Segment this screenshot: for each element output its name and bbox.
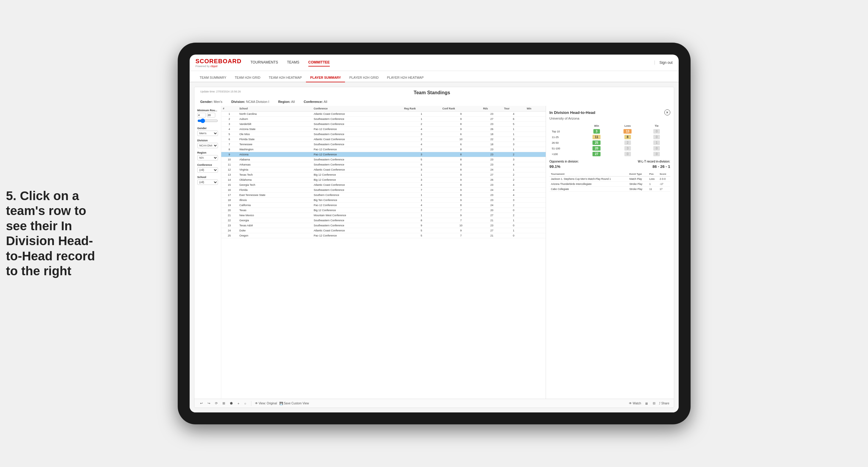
table-row[interactable]: 4 Arizona State Pac-12 Conference 4 9 26… — [221, 127, 546, 132]
cell-conference: Southeastern Conference — [312, 223, 402, 228]
circle-btn[interactable]: ○ — [243, 401, 247, 406]
min-rounds-input[interactable] — [197, 113, 206, 118]
table-row[interactable]: 21 New Mexico Mountain West Conference 1… — [221, 213, 546, 218]
cell-rank: 9 — [221, 152, 238, 157]
h2h-close-btn[interactable]: ✕ — [664, 110, 670, 116]
table-row[interactable]: 19 California Pac-12 Conference 4 8 24 2 — [221, 203, 546, 208]
cell-tour: 6 — [502, 117, 525, 122]
add-btn[interactable]: + — [237, 401, 241, 406]
cell-rds: 24 — [481, 203, 502, 208]
gender-filter-select[interactable]: Men's Women's — [197, 131, 218, 136]
subnav-team-h2h-grid[interactable]: TEAM H2H GRID — [230, 73, 265, 82]
cell-conf-rank: 9 — [441, 127, 482, 132]
tournament-row: Arizona Thunderbirds Intercollegiate Str… — [550, 182, 670, 187]
table-row[interactable]: 3 Vanderbilt Southeastern Conference 2 8… — [221, 122, 546, 127]
table-row[interactable]: 6 Florida State Atlantic Coast Conferenc… — [221, 137, 546, 142]
nav-tournaments[interactable]: TOURNAMENTS — [250, 59, 278, 66]
nav-teams[interactable]: TEAMS — [287, 59, 299, 66]
table-row[interactable]: 17 East Tennessee State Southern Confere… — [221, 193, 546, 198]
subnav-player-h2h-heatmap[interactable]: PLAYER H2H HEATMAP — [383, 73, 428, 82]
table-row[interactable]: 22 Georgia Southeastern Conference 8 7 2… — [221, 218, 546, 223]
table-row[interactable]: 1 North Carolina Atlantic Coast Conferen… — [221, 112, 546, 117]
table-area: # School Conference Reg Rank Conf Rank R… — [221, 106, 546, 399]
table-row[interactable]: 8 Washington Pac-12 Conference 2 8 23 1 — [221, 147, 546, 152]
cell-conference: Atlantic Coast Conference — [312, 112, 402, 117]
h2h-cell-label: 11-25 — [550, 134, 581, 140]
cell-school: Illinois — [238, 198, 312, 203]
view-original-btn[interactable]: 👁 View: Original — [255, 402, 277, 405]
grid-btn[interactable]: ⊞ — [221, 401, 226, 406]
table-row[interactable]: 18 Illinois Big Ten Conference 1 9 23 3 — [221, 198, 546, 203]
cell-conf-rank: 7 — [441, 208, 482, 213]
table-row[interactable]: 13 Texas Tech Big 12 Conference 1 9 27 2 — [221, 173, 546, 178]
cell-rds: 27 — [481, 213, 502, 218]
filter-division: Division: NCAA Division I — [231, 100, 269, 103]
table-row[interactable]: 16 Florida Southeastern Conference 7 9 2… — [221, 188, 546, 193]
min-rounds-slider[interactable] — [197, 118, 218, 123]
cell-conference: Big Ten Conference — [312, 198, 402, 203]
cell-tour: 4 — [502, 183, 525, 188]
cell-conf-rank: 8 — [441, 162, 482, 167]
monitor-btn[interactable]: 🖥 — [644, 401, 649, 406]
cell-tour: 2 — [502, 152, 525, 157]
table-row[interactable]: 5 Ole Miss Southeastern Conference 3 6 1… — [221, 132, 546, 137]
sign-out-btn[interactable]: Sign out — [654, 61, 672, 65]
h2h-row: Top 10 3 13 0 — [550, 128, 670, 134]
table-row[interactable]: 15 Georgia Tech Atlantic Coast Conferenc… — [221, 183, 546, 188]
cell-win — [525, 208, 546, 213]
subnav-team-summary[interactable]: TEAM SUMMARY — [196, 73, 231, 82]
table-row[interactable]: 14 Oklahoma Big 12 Conference 3 9 26 2 — [221, 178, 546, 183]
cell-conf-rank: 9 — [441, 198, 482, 203]
tour-cell-score: 2-3-0 — [658, 177, 670, 182]
table-row[interactable]: 7 Tennessee Southeastern Conference 4 6 … — [221, 142, 546, 147]
region-filter-select[interactable]: N/A — [197, 155, 218, 160]
nav-committee[interactable]: COMMITTEE — [308, 59, 330, 66]
h2h-row: 11-25 11 8 0 — [550, 134, 670, 140]
tour-cell-event-type: Stroke Play — [628, 187, 648, 192]
grid2-btn[interactable]: ⊟ — [652, 401, 657, 406]
share-btn[interactable]: ⤴ Share — [659, 402, 669, 405]
table-row[interactable]: 11 Arkansas Southeastern Conference 6 8 … — [221, 162, 546, 167]
save-custom-btn[interactable]: 💾 Save Custom View — [279, 402, 309, 405]
cell-rank: 18 — [221, 198, 238, 203]
tour-cell-tournament: Jackson 1. Stephens Cup Men's Match-Play… — [550, 177, 628, 182]
refresh-btn[interactable]: ⟳ — [214, 401, 219, 406]
subnav-player-h2h-grid[interactable]: PLAYER H2H GRID — [345, 73, 382, 82]
watch-btn[interactable]: 👁 Watch — [629, 402, 641, 405]
subnav-player-summary[interactable]: PLAYER SUMMARY — [306, 73, 345, 82]
main-content: Update time: 27/03/2024 15:56:26 Team St… — [190, 82, 679, 412]
cell-rank: 10 — [221, 157, 238, 162]
table-row[interactable]: 10 Alabama Southeastern Conference 5 8 2… — [221, 157, 546, 162]
cell-reg-rank: 4 — [402, 183, 440, 188]
cell-rank: 16 — [221, 188, 238, 193]
shape-btn[interactable]: ⬟ — [229, 401, 234, 406]
cell-rank: 2 — [221, 117, 238, 122]
undo2-btn[interactable]: ↪ — [206, 401, 211, 406]
cell-rds: 23 — [481, 183, 502, 188]
min-rounds-label: Minimum Rou... — [197, 109, 218, 112]
cell-conference: Atlantic Coast Conference — [312, 183, 402, 188]
undo-btn[interactable]: ↩ — [199, 401, 204, 406]
filter-gender: Gender: Men's — [200, 100, 222, 103]
table-row[interactable]: 24 Duke Atlantic Coast Conference 5 9 27… — [221, 228, 546, 233]
cell-reg-rank: 4 — [402, 127, 440, 132]
school-filter-select[interactable]: (All) — [197, 180, 218, 185]
conference-filter-select[interactable]: (All) — [197, 167, 218, 173]
col-tour: Tour — [502, 106, 525, 112]
cell-conference: Southeastern Conference — [312, 188, 402, 193]
table-row[interactable]: 12 Virginia Atlantic Coast Conference 3 … — [221, 167, 546, 173]
table-row[interactable]: 23 Texas A&M Southeastern Conference 9 1… — [221, 223, 546, 228]
min-rounds-max-input[interactable] — [207, 113, 215, 118]
h2h-cell-label: >100 — [550, 151, 581, 157]
cell-rds: 27 — [481, 228, 502, 233]
division-filter-select[interactable]: NCAA Division I NCAA Division II NCAA Di… — [197, 143, 218, 148]
table-row[interactable]: 2 Auburn Southeastern Conference 1 9 27 … — [221, 117, 546, 122]
h2h-cell-loss: 13 — [612, 128, 643, 134]
table-row[interactable]: 9 Arizona Pac-12 Conference 3 8 23 2 — [221, 152, 546, 157]
subnav-team-h2h-heatmap[interactable]: TEAM H2H HEATMAP — [265, 73, 306, 82]
table-row[interactable]: 25 Oregon Pac-12 Conference 5 7 21 0 — [221, 233, 546, 238]
h2h-col-loss: Loss — [612, 123, 643, 128]
gender-filter-label: Gender — [197, 127, 218, 130]
table-row[interactable]: 20 Texas Big 12 Conference 3 7 20 0 — [221, 208, 546, 213]
h2h-cell-tie: 0 — [643, 128, 670, 134]
